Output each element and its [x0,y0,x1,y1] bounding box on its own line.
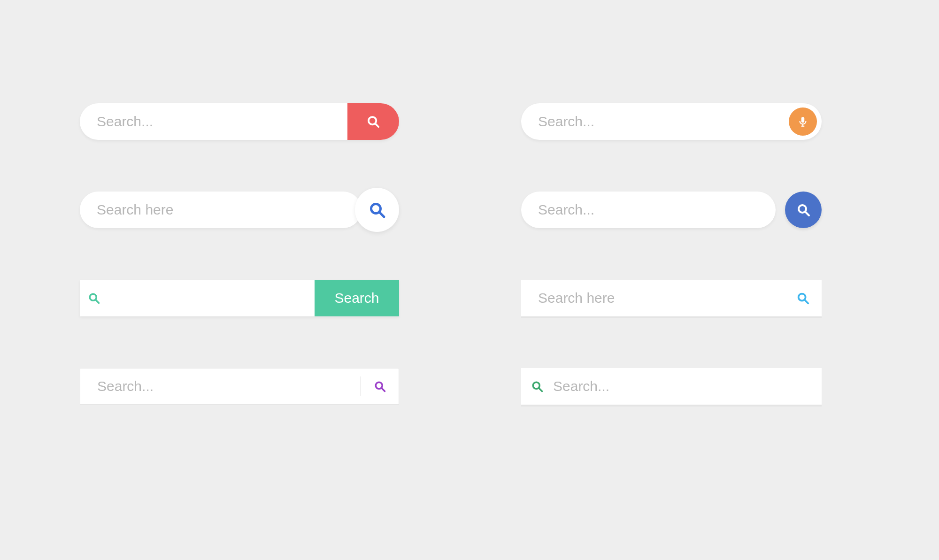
search-button[interactable] [361,368,399,405]
svg-rect-2 [801,117,805,123]
search-input[interactable] [80,368,361,404]
voice-search-button[interactable] [789,107,817,136]
search-input[interactable] [521,192,776,228]
search-container [80,368,399,405]
search-container [80,103,399,140]
search-container [521,192,822,228]
search-bar-6 [521,192,859,228]
search-pill [521,192,776,228]
search-container [80,192,399,228]
search-icon [368,200,386,219]
search-bar-7 [521,280,859,316]
search-bar-3: Search [80,280,418,316]
search-bar-8 [521,368,859,405]
search-button[interactable] [355,188,399,232]
search-input[interactable] [553,368,822,405]
search-button[interactable] [784,280,822,316]
search-input[interactable] [521,280,784,316]
svg-line-1 [375,123,378,127]
search-container [521,280,822,316]
search-icon [531,380,544,393]
search-bar-gallery: Search [0,0,939,405]
search-icon [87,292,100,305]
search-icon [796,202,811,217]
search-bar-1 [80,103,418,140]
svg-line-14 [382,388,385,391]
search-icon [796,291,810,305]
search-bar-4 [80,368,418,405]
search-button[interactable] [785,192,822,228]
search-container [521,103,822,140]
search-container: Search [80,280,399,316]
search-icon-left [80,280,108,316]
search-input[interactable] [521,103,789,140]
microphone-icon [797,115,809,128]
search-bar-5 [521,103,859,140]
search-icon [373,380,386,393]
search-button[interactable]: Search [315,280,399,316]
svg-line-6 [379,212,384,217]
search-input[interactable] [80,103,347,140]
svg-line-10 [96,300,99,303]
search-icon [366,115,380,129]
search-input[interactable] [108,280,315,316]
search-bar-2 [80,192,418,228]
svg-line-12 [805,300,808,303]
search-input[interactable] [80,192,343,228]
search-button[interactable] [347,103,399,140]
search-icon-left [521,380,553,393]
search-container [521,368,822,405]
svg-line-8 [805,212,809,215]
svg-line-16 [539,388,542,391]
